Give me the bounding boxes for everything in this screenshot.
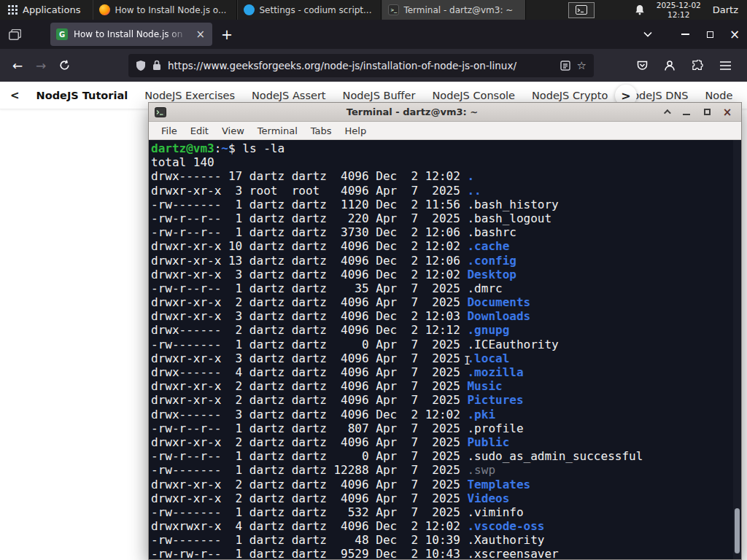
terminal-line: dartz@vm3:~$ ls -la xyxy=(151,141,741,155)
reload-button[interactable] xyxy=(53,54,76,77)
taskbar-button[interactable]: Settings - codium script... xyxy=(237,0,382,20)
terminal-line: drwx------ 2 dartz dartz 4096 Dec 2 12:1… xyxy=(151,323,741,337)
terminal-close-button[interactable]: × xyxy=(719,105,735,120)
terminal-line: -rw------- 1 dartz dartz 1120 Dec 2 11:5… xyxy=(151,198,741,211)
terminal-line: drwxr-xr-x 2 dartz dartz 4096 Apr 7 2025… xyxy=(151,295,741,309)
terminal-line: -rw-r--r-- 1 dartz dartz 0 Apr 7 2025 .s… xyxy=(151,449,741,463)
window-close-button[interactable]: × xyxy=(722,20,747,49)
forward-button[interactable]: → xyxy=(29,54,53,77)
scrollbar-thumb[interactable] xyxy=(735,508,740,553)
desktop: Applications How to Install Node.js o...… xyxy=(0,0,747,560)
terminal-line: drwxr-xr-x 13 dartz dartz 4096 Dec 2 12:… xyxy=(151,254,741,268)
browser-tab[interactable]: G How to Install Node.js on × xyxy=(50,23,212,46)
terminal-menubar: FileEditViewTerminalTabsHelp xyxy=(149,122,741,140)
terminal-maximize-button[interactable] xyxy=(699,105,715,120)
terminal-menu-terminal[interactable]: Terminal xyxy=(251,122,304,140)
gfg-nav-link[interactable]: NodeJS Buffer xyxy=(343,90,416,101)
applications-menu-button[interactable]: Applications xyxy=(0,0,88,20)
terminal-line: drwxr-xr-x 2 dartz dartz 4096 Apr 7 2025… xyxy=(151,393,741,407)
minimize-icon xyxy=(683,114,690,115)
tabbar-right: × xyxy=(639,20,747,49)
terminal-line: drwxrwxr-x 4 dartz dartz 4096 Dec 2 12:0… xyxy=(151,519,741,533)
terminal-menu-help[interactable]: Help xyxy=(338,122,374,140)
terminal-titlebar[interactable]: Terminal - dartz@vm3: ~ × xyxy=(149,103,741,122)
terminal-line: -rw-r--r-- 1 dartz dartz 3730 Dec 2 12:0… xyxy=(151,225,741,239)
applications-icon xyxy=(8,5,18,15)
window-maximize-button[interactable] xyxy=(697,20,722,49)
gfg-nav-link[interactable]: Node xyxy=(705,90,733,101)
shade-icon xyxy=(663,109,670,117)
terminal-line: drwxr-xr-x 3 root root 4096 Apr 7 2025 .… xyxy=(151,184,741,198)
terminal-line: -rw------- 1 dartz dartz 12288 Apr 7 202… xyxy=(151,463,741,477)
close-icon: × xyxy=(729,28,740,41)
terminal-line: -rw-r--r-- 1 dartz dartz 807 Apr 7 2025 … xyxy=(151,421,741,435)
notifications-bell-icon[interactable] xyxy=(635,4,645,15)
url-bar[interactable]: https://www.geeksforgeeks.org/node-js/in… xyxy=(128,54,594,77)
back-button[interactable]: ← xyxy=(6,54,29,77)
connection-lock-icon[interactable] xyxy=(152,60,161,71)
reader-view-icon[interactable] xyxy=(560,61,570,71)
nav-scroll-left-icon[interactable]: < xyxy=(10,89,20,102)
terminal-minimize-button[interactable] xyxy=(678,105,694,120)
terminal-line: drwx------ 17 dartz dartz 4096 Dec 2 12:… xyxy=(151,169,741,183)
terminal-line: drwxr-xr-x 3 dartz dartz 4096 Dec 2 12:0… xyxy=(151,309,741,323)
taskbar-button-label: Terminal - dartz@vm3: ~ xyxy=(403,5,513,15)
terminal-line: total 140 xyxy=(151,155,741,169)
terminal-menu-view[interactable]: View xyxy=(215,122,251,140)
terminal-menu-edit[interactable]: Edit xyxy=(184,122,215,140)
gfg-nav-link[interactable]: NodeJS Assert xyxy=(252,90,326,101)
gfg-nav-link[interactable]: NodeJS Exercises xyxy=(144,90,235,101)
top-panel: Applications How to Install Node.js o...… xyxy=(0,0,747,20)
taskbar-button-label: How to Install Node.js o... xyxy=(115,5,226,15)
window-minimize-button[interactable] xyxy=(673,20,697,49)
terminal-window: Terminal - dartz@vm3: ~ × FileEditViewTe… xyxy=(148,102,742,560)
terminal-window-icon xyxy=(576,5,587,15)
gfg-nav-link[interactable]: NodeJS Console xyxy=(432,90,515,101)
terminal-icon: >_ xyxy=(388,4,399,15)
terminal-shade-button[interactable] xyxy=(658,105,674,120)
gfg-nav-link[interactable]: NodeJS Tutorial xyxy=(36,90,128,101)
extensions-icon[interactable] xyxy=(686,54,709,77)
terminal-line: drwxr-xr-x 3 dartz dartz 4096 Dec 2 12:0… xyxy=(151,268,741,281)
gfg-nav-link[interactable]: NodeJS Crypto xyxy=(532,90,608,101)
terminal-menu-tabs[interactable]: Tabs xyxy=(304,122,338,140)
terminal-line: drwx------ 3 dartz dartz 4096 Dec 2 12:0… xyxy=(151,408,741,421)
terminal-line: drwxr-xr-x 2 dartz dartz 4096 Apr 7 2025… xyxy=(151,478,741,491)
account-icon[interactable] xyxy=(658,54,681,77)
taskbar-button-label: Settings - codium script... xyxy=(259,5,371,15)
panel-right: 2025-12-02 12:12 Dartz xyxy=(635,1,747,19)
taskbar: How to Install Node.js o...Settings - co… xyxy=(93,0,526,20)
minimize-icon xyxy=(681,34,689,35)
terminal-line: -rw-r--r-- 1 dartz dartz 220 Apr 7 2025 … xyxy=(151,211,741,225)
terminal-window-title: Terminal - dartz@vm3: ~ xyxy=(171,106,654,117)
pocket-icon[interactable] xyxy=(630,54,654,77)
taskbar-button[interactable]: >_Terminal - dartz@vm3: ~ xyxy=(382,0,526,20)
applications-label: Applications xyxy=(23,4,80,15)
terminal-scrollbar[interactable] xyxy=(733,140,741,559)
taskbar-button[interactable]: How to Install Node.js o... xyxy=(93,0,237,20)
tab-close-icon[interactable]: × xyxy=(194,28,206,41)
new-tab-button[interactable]: + xyxy=(212,26,241,42)
terminal-line: drwx------ 4 dartz dartz 4096 Apr 7 2025… xyxy=(151,365,741,379)
clock-date: 2025-12-02 xyxy=(657,1,701,10)
list-all-tabs-icon[interactable] xyxy=(639,31,673,37)
clock[interactable]: 2025-12-02 12:12 xyxy=(657,1,701,19)
url-text[interactable]: https://www.geeksforgeeks.org/node-js/in… xyxy=(168,60,554,71)
tab-title: How to Install Node.js on xyxy=(74,29,188,39)
user-menu[interactable]: Dartz xyxy=(713,4,738,15)
bookmark-star-icon[interactable]: ☆ xyxy=(577,59,587,72)
tracking-protection-shield-icon[interactable] xyxy=(136,60,146,71)
terminal-screen[interactable]: dartz@vm3:~$ ls -latotal 140drwx------ 1… xyxy=(149,140,741,559)
terminal-line: -rw------- 1 dartz dartz 532 Apr 7 2025 … xyxy=(151,505,741,519)
terminal-line: -rw-rw-r-- 1 dartz dartz 9529 Dec 2 10:4… xyxy=(151,547,741,559)
terminal-menu-file[interactable]: File xyxy=(155,122,184,140)
terminal-launcher-button[interactable] xyxy=(568,2,595,18)
tab-bar: G How to Install Node.js on × + × xyxy=(0,20,747,49)
terminal-line: drwxr-xr-x 2 dartz dartz 4096 Apr 7 2025… xyxy=(151,491,741,505)
menu-hamburger-icon[interactable] xyxy=(713,54,737,77)
firefox-view-icon[interactable] xyxy=(9,29,21,40)
navbar-right-icons xyxy=(630,54,741,77)
navigation-toolbar: ← → https://www.geeksforgeeks.org/node-j… xyxy=(0,49,747,82)
terminal-line: drwxr-xr-x 10 dartz dartz 4096 Dec 2 12:… xyxy=(151,239,741,253)
page-favicon: G xyxy=(56,28,68,40)
